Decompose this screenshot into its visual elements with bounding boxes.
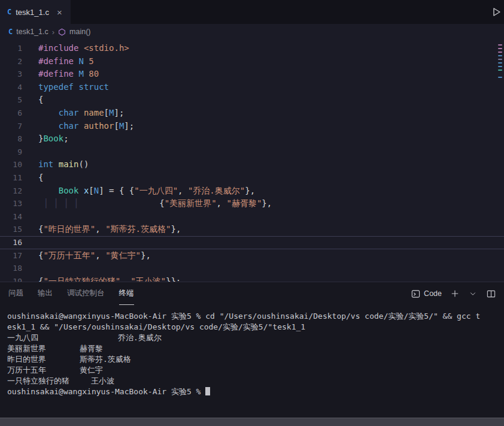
code-line[interactable]: 1#include <stdio.h> (0, 42, 504, 55)
book-author: 斯蒂芬.茨威格 (80, 355, 131, 364)
line-number: 17 (0, 249, 30, 262)
minimap-mark (498, 70, 502, 71)
code-line[interactable]: 7 char author[M]; (0, 120, 504, 133)
terminal-profile-dropdown[interactable] (468, 289, 478, 298)
line-number: 5 (0, 93, 30, 107)
code-text: #include <stdio.h> (38, 42, 129, 55)
book-author: 赫胥黎 (80, 344, 103, 353)
new-terminal-button[interactable] (450, 289, 460, 298)
code-text: │ │ │ │ {"美丽新世界", "赫胥黎"}, (38, 197, 272, 210)
editor-tab-bar: C tesk1_1.c × (0, 0, 504, 24)
code-text: Book x[N] = { {"一九八四", "乔治.奥威尔"}, (38, 185, 255, 198)
close-tab-icon[interactable]: × (57, 8, 62, 17)
code-editor[interactable]: 1#include <stdio.h>2#define N 53#define … (0, 40, 504, 282)
code-line-current[interactable]: 16 (0, 236, 504, 249)
play-icon (491, 7, 502, 17)
chevron-down-icon (469, 290, 476, 297)
line-number: 9 (0, 146, 30, 159)
code-area: 1#include <stdio.h>2#define N 53#define … (0, 42, 504, 282)
code-line[interactable]: 3#define M 80 (0, 68, 504, 81)
terminal-profile-item[interactable]: Code (411, 289, 442, 298)
terminal-line: 万历十五年黄仁宇 (7, 365, 497, 376)
panel-actions: Code (411, 282, 496, 305)
terminal-line: esk1_1 && "/Users/oushinsakai/Desktop/vs… (7, 322, 497, 333)
code-line[interactable]: 11{ (0, 171, 504, 185)
line-number: 18 (0, 262, 30, 275)
breadcrumb-file[interactable]: tesk1_1.c (16, 28, 48, 36)
window-bottom-edge (0, 418, 504, 426)
breadcrumb-symbol[interactable]: main() (69, 28, 90, 36)
code-line[interactable]: 17{"万历十五年", "黄仁宇"}, (0, 249, 504, 262)
minimap[interactable] (496, 41, 504, 125)
run-file-button[interactable] (491, 7, 502, 17)
code-line[interactable]: 6 char name[M]; (0, 107, 504, 120)
panel-tab-bar: 问题 输出 调试控制台 终端 Code (0, 282, 504, 305)
minimap-mark (498, 66, 502, 67)
code-text: {"昨日的世界", "斯蒂芬.茨威格"}, (38, 223, 181, 236)
line-number: 3 (0, 68, 30, 81)
book-title: 一九八四 (7, 333, 118, 343)
terminal-cursor (205, 387, 210, 395)
minimap-mark (498, 62, 502, 64)
tab-label: tesk1_1.c (16, 8, 49, 17)
book-author: 王小波 (91, 376, 114, 385)
line-number: 10 (0, 158, 30, 171)
code-line[interactable]: 2#define N 5 (0, 55, 504, 68)
terminal-text: oushinsakai@wangxinyus-MacBook-Air 实验5 %… (7, 312, 480, 321)
line-number: 8 (0, 132, 30, 146)
code-line[interactable]: 13 │ │ │ │ {"美丽新世界", "赫胥黎"}, (0, 197, 504, 210)
code-line[interactable]: 12 Book x[N] = { {"一九八四", "乔治.奥威尔"}, (0, 185, 504, 198)
symbol-method-icon (58, 28, 66, 36)
terminal-line: oushinsakai@wangxinyus-MacBook-Air 实验5 %… (7, 311, 497, 322)
code-text: { (38, 93, 43, 107)
code-text: typedef struct (38, 81, 109, 94)
terminal-line: 一九八四乔治.奥威尔 (7, 333, 497, 343)
code-line[interactable]: 18 (0, 262, 504, 275)
code-line[interactable]: 5{ (0, 93, 504, 107)
terminal-line: 一只特立独行的猪王小波 (7, 376, 497, 386)
minimap-mark (498, 77, 502, 78)
minimap-mark (498, 52, 502, 53)
code-text: char author[M]; (38, 120, 134, 133)
tab-tesk1-1-c[interactable]: C tesk1_1.c × (0, 0, 71, 24)
split-terminal-button[interactable] (486, 289, 496, 298)
code-text: {"一只特立独行的猪", "王小波"}}; (38, 275, 181, 282)
code-text: char name[M]; (38, 107, 124, 120)
code-text: {"万历十五年", "黄仁宇"}, (38, 249, 151, 262)
tab-debug-console[interactable]: 调试控制台 (67, 282, 105, 305)
code-line[interactable]: 19{"一只特立独行的猪", "王小波"}}; (0, 275, 504, 282)
terminal-profile-label: Code (424, 289, 442, 298)
line-number: 1 (0, 42, 30, 55)
chevron-right-icon: › (52, 28, 54, 37)
code-line[interactable]: 9 (0, 146, 504, 159)
line-number: 15 (0, 223, 30, 236)
book-title: 昨日的世界 (7, 354, 80, 365)
minimap-mark (498, 48, 502, 49)
tab-terminal[interactable]: 终端 (119, 282, 134, 305)
code-text: { (38, 171, 43, 185)
code-line[interactable]: 4typedef struct (0, 81, 504, 94)
line-number: 2 (0, 55, 30, 68)
c-file-icon: C (7, 8, 11, 16)
book-author: 黄仁宇 (80, 365, 103, 374)
terminal-output[interactable]: oushinsakai@wangxinyus-MacBook-Air 实验5 %… (0, 305, 504, 397)
book-author: 乔治.奥威尔 (118, 333, 162, 342)
code-line[interactable]: 8}Book; (0, 132, 504, 146)
code-line[interactable]: 10int main() (0, 158, 504, 171)
tab-problems[interactable]: 问题 (8, 282, 23, 305)
split-panel-icon (487, 289, 496, 298)
book-title: 美丽新世界 (7, 343, 80, 354)
minimap-mark (498, 55, 502, 56)
terminal-line: oushinsakai@wangxinyus-MacBook-Air 实验5 % (7, 386, 497, 397)
code-text: #define N 5 (38, 55, 94, 68)
terminal-text: esk1_1 && "/Users/oushinsakai/Desktop/vs… (7, 322, 305, 331)
code-line[interactable]: 14 (0, 210, 504, 223)
code-line[interactable]: 15{"昨日的世界", "斯蒂芬.茨威格"}, (0, 223, 504, 236)
line-number: 11 (0, 171, 30, 185)
breadcrumb: C tesk1_1.c › main() (0, 24, 504, 40)
terminal-line: 美丽新世界赫胥黎 (7, 343, 497, 354)
line-number: 12 (0, 185, 30, 198)
book-title: 一只特立独行的猪 (7, 376, 91, 386)
line-number: 7 (0, 120, 30, 133)
tab-output[interactable]: 输出 (38, 282, 53, 305)
